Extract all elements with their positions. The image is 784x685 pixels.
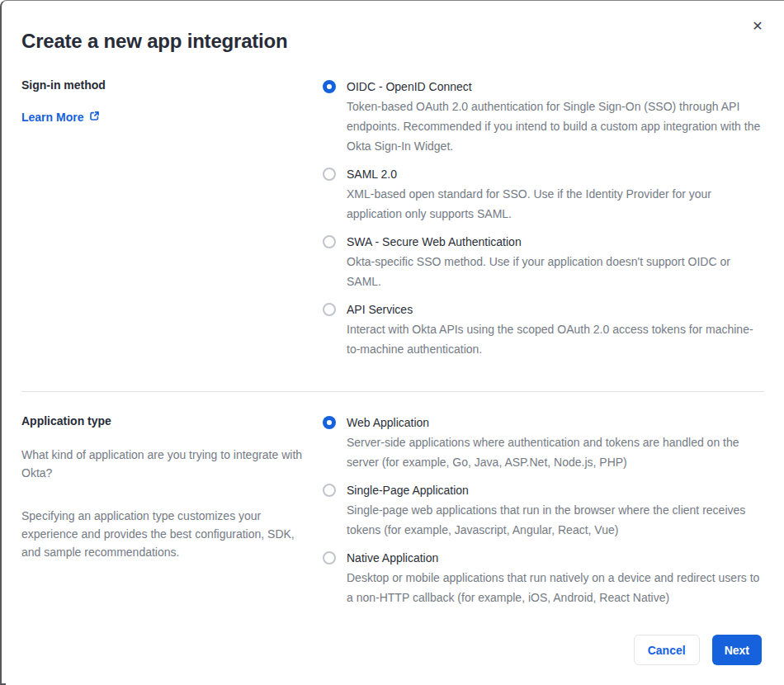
radio-option-oidc[interactable]: OIDC - OpenID Connect Token-based OAuth … (323, 77, 764, 156)
radio-icon[interactable] (323, 551, 336, 565)
application-type-left-column: Application type What kind of applicatio… (21, 413, 323, 616)
learn-more-link[interactable]: Learn More (21, 111, 100, 124)
radio-option-label: OIDC - OpenID Connect (347, 77, 761, 97)
signin-method-options: OIDC - OpenID Connect Token-based OAuth … (323, 77, 764, 367)
radio-option-single-page-application[interactable]: Single-Page Application Single-page web … (323, 480, 764, 540)
radio-option-description: Token-based OAuth 2.0 authentication for… (347, 97, 761, 156)
radio-option-description: Server-side applications where authentic… (347, 432, 761, 472)
signin-method-label: Sign-in method (21, 77, 306, 93)
signin-method-left-column: Sign-in method Learn More (21, 77, 323, 367)
external-link-icon (89, 111, 100, 124)
next-button[interactable]: Next (712, 635, 762, 665)
radio-icon[interactable] (323, 303, 336, 316)
application-type-explanation: Specifying an application type customize… (21, 507, 306, 561)
radio-option-label: SAML 2.0 (347, 164, 761, 184)
radio-option-label: SWA - Secure Web Authentication (347, 232, 761, 252)
application-type-options: Web Application Server-side applications… (323, 413, 764, 616)
radio-icon[interactable] (323, 484, 336, 497)
radio-option-label: API Services (347, 300, 761, 319)
close-icon[interactable]: ✕ (748, 17, 767, 36)
radio-option-description: XML-based open standard for SSO. Use if … (347, 184, 761, 224)
radio-option-api-services[interactable]: API Services Interact with Okta APIs usi… (323, 300, 764, 359)
radio-option-web-application[interactable]: Web Application Server-side applications… (323, 413, 764, 472)
radio-icon[interactable] (323, 235, 336, 248)
learn-more-label: Learn More (21, 111, 83, 124)
radio-option-native-application[interactable]: Native Application Desktop or mobile app… (323, 548, 764, 607)
radio-option-label: Single-Page Application (347, 480, 761, 500)
radio-icon[interactable] (323, 416, 336, 429)
radio-option-label: Native Application (347, 548, 761, 568)
create-app-integration-dialog: Create a new app integration ✕ Sign-in m… (0, 0, 784, 685)
application-type-section: Application type What kind of applicatio… (21, 413, 764, 616)
radio-option-label: Web Application (347, 413, 761, 432)
radio-option-description: Interact with Okta APIs using the scoped… (347, 319, 761, 359)
dialog-title: Create a new app integration (21, 30, 287, 53)
radio-icon[interactable] (323, 168, 336, 181)
radio-option-description: Single-page web applications that run in… (347, 500, 761, 540)
radio-icon[interactable] (323, 80, 336, 93)
dialog-footer: Cancel Next (634, 635, 762, 665)
radio-option-description: Okta-specific SSO method. Use if your ap… (347, 252, 761, 291)
signin-method-section: Sign-in method Learn More OIDC - OpenID … (21, 77, 764, 367)
application-type-label: Application type (21, 413, 306, 429)
application-type-question: What kind of application are you trying … (21, 446, 306, 482)
radio-option-description: Desktop or mobile applications that run … (347, 568, 761, 607)
section-divider (21, 391, 764, 392)
cancel-button[interactable]: Cancel (634, 635, 700, 665)
radio-option-swa[interactable]: SWA - Secure Web Authentication Okta-spe… (323, 232, 764, 291)
radio-option-saml[interactable]: SAML 2.0 XML-based open standard for SSO… (323, 164, 764, 224)
